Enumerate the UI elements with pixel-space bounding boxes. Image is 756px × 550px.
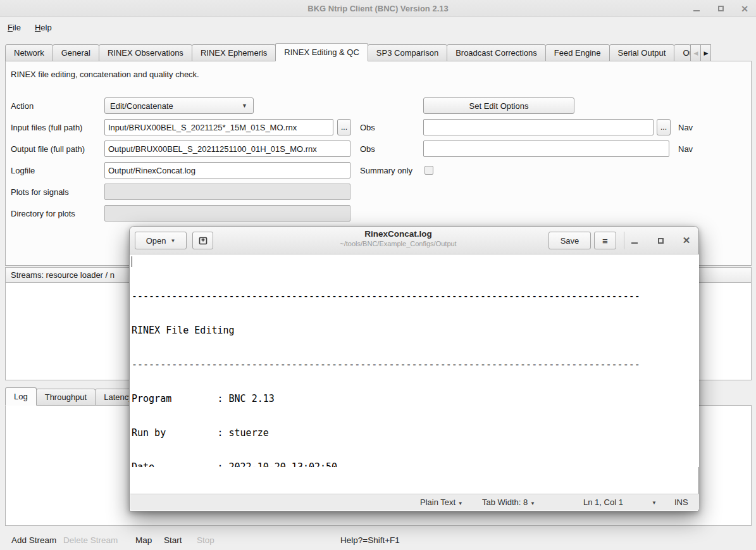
text-editor-window: Open ▼ RinexConcat.log ~/tools/BNC/Examp… [129,226,699,511]
add-stream-button[interactable]: Add Stream [11,535,56,545]
log-tabbar: Log Throughput Latency [5,388,141,406]
editor-headerbar: Open ▼ RinexConcat.log ~/tools/BNC/Examp… [130,227,698,254]
main-maximize-button[interactable] [716,4,726,14]
close-icon: ✕ [683,235,691,246]
help-shortcut-label: Help?=Shift+F1 [340,535,400,545]
main-close-button[interactable]: ✕ [740,4,750,14]
minimize-icon [631,242,638,244]
main-window-controls: ✕ [691,0,750,17]
new-document-button[interactable] [192,232,213,249]
input-nav-files-field[interactable] [423,119,654,135]
set-edit-options-label: Set Edit Options [469,101,529,111]
hamburger-menu-button[interactable]: ≡ [594,232,616,249]
menubar: File Help [0,17,756,37]
menu-file[interactable]: File [5,21,23,34]
input-obs-label: Obs [360,119,375,135]
chevron-down-icon: ▼ [530,501,535,506]
tab-serial-output[interactable]: Serial Output [609,44,675,61]
editor-statusbar: Plain Text ▼ Tab Width: 8 ▼ Ln 1, Col 1 … [130,494,699,510]
tab-throughput[interactable]: Throughput [36,389,96,406]
open-button[interactable]: Open ▼ [135,232,187,249]
editor-window-controls: ✕ [630,227,691,254]
editor-close-button[interactable]: ✕ [682,236,691,245]
streams-header-label: Streams: resource loader / n [11,270,115,280]
log-line: ----------------------------------------… [132,359,699,370]
save-button-label: Save [561,236,579,246]
main-titlebar: BKG Ntrip Client (BNC) Version 2.13 ✕ [0,0,756,17]
editor-text-area[interactable]: ----------------------------------------… [130,254,699,467]
open-button-label: Open [146,236,166,246]
chevron-right-icon: ▶ [703,50,708,56]
main-tabbar: Network General RINEX Observations RINEX… [5,44,753,61]
input-nav-browse-button[interactable]: ... [657,119,671,135]
main-minimize-button[interactable] [691,4,702,14]
language-selector[interactable]: Plain Text ▼ [420,497,463,507]
maximize-icon [658,238,664,244]
chevron-down-icon: ▼ [242,103,247,109]
headerbar-separator [624,232,624,249]
tab-outages[interactable]: Ou [674,44,691,61]
input-files-label: Input files (full path) [11,119,82,135]
bottom-toolbar: Add Stream Delete Stream Map Start Stop … [0,532,756,550]
tab-feed-engine[interactable]: Feed Engine [545,44,610,61]
goto-line-dropdown[interactable]: ▼ [652,500,657,506]
output-nav-label: Nav [678,141,693,157]
cursor-position-label: Ln 1, Col 1 [583,497,623,507]
logfile-field[interactable]: Output/RinexConcat.log [104,162,350,178]
logfile-label: Logfile [11,162,35,178]
log-line: Run by : stuerze [132,427,699,439]
plots-signals-field [104,184,350,200]
input-files-browse-button[interactable]: ... [337,119,351,135]
tab-scroll-left-button: ◀ [690,44,701,61]
tab-general[interactable]: General [53,44,99,61]
tab-rinex-editing-qc[interactable]: RINEX Editing & QC [275,43,368,61]
set-edit-options-button[interactable]: Set Edit Options [423,97,574,114]
chevron-down-icon: ▼ [170,238,175,244]
output-obs-label: Obs [360,141,375,157]
input-files-field[interactable]: Input/BRUX00BEL_S_2021125*_15M_01S_MO.rn… [104,119,333,135]
language-label: Plain Text [420,497,455,507]
tab-broadcast-corrections[interactable]: Broadcast Corrections [447,44,546,61]
stop-button[interactable]: Stop [197,535,214,545]
action-label: Action [11,97,34,114]
hamburger-menu-icon: ≡ [602,235,608,246]
start-button[interactable]: Start [164,535,182,545]
minimize-icon [693,10,700,11]
editor-maximize-button[interactable] [656,236,665,245]
tab-sp3-comparison[interactable]: SP3 Comparison [368,44,447,61]
map-button[interactable]: Map [135,535,152,545]
output-file-label: Output file (full path) [11,141,85,157]
plots-directory-field [104,205,350,222]
new-document-icon [198,235,208,246]
action-combobox[interactable]: Edit/Concatenate ▼ [104,97,254,114]
input-nav-label: Nav [678,119,693,135]
log-line: RINEX File Editing [132,325,699,336]
menu-help[interactable]: Help [32,21,54,34]
editor-minimize-button[interactable] [630,236,639,245]
editor-document-title: RinexConcat.log [256,229,540,239]
tab-width-label: Tab Width: 8 [482,497,528,507]
log-line: ----------------------------------------… [132,291,699,302]
plots-signals-label: Plots for signals [11,184,69,200]
output-file-field[interactable]: Output/BRUX00BEL_S_20211251100_01H_01S_M… [104,141,350,157]
tab-rinex-observations[interactable]: RINEX Observations [99,44,192,61]
output-nav-file-field[interactable] [423,141,669,157]
summary-only-checkbox[interactable] [424,166,433,175]
panel-description: RINEX file editing, concatenation and qu… [11,70,199,79]
chevron-left-icon: ◀ [693,50,698,56]
editor-title-block: RinexConcat.log ~/tools/BNC/Example_Conf… [256,229,540,247]
save-button[interactable]: Save [548,232,591,249]
chevron-down-icon: ▼ [458,501,463,506]
tab-log[interactable]: Log [5,387,37,406]
tab-scroll-right-button[interactable]: ▶ [700,44,711,61]
main-window-title: BKG Ntrip Client (BNC) Version 2.13 [0,4,756,13]
delete-stream-button[interactable]: Delete Stream [63,535,118,545]
log-line: Program : BNC 2.13 [132,393,699,404]
tab-width-selector[interactable]: Tab Width: 8 ▼ [482,497,535,507]
log-line: Date : 2022-10-20 13:02:50 [132,461,699,467]
action-combobox-value: Edit/Concatenate [110,101,173,111]
maximize-icon [718,6,724,11]
tab-network[interactable]: Network [5,44,53,61]
insert-mode-indicator: INS [674,497,688,507]
tab-rinex-ephemeris[interactable]: RINEX Ephemeris [192,44,276,61]
